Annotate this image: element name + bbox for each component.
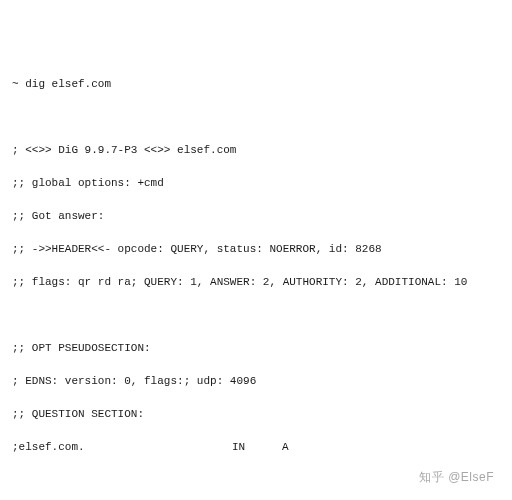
blank-line (12, 109, 500, 126)
watermark: 知乎 @ElseF (419, 468, 494, 486)
dig-banner: ; <<>> DiG 9.9.7-P3 <<>> elsef.com (12, 142, 500, 159)
q-data (342, 439, 500, 456)
edns-line: ; EDNS: version: 0, flags:; udp: 4096 (12, 373, 500, 390)
q-class: IN (232, 439, 282, 456)
global-options: ;; global options: +cmd (12, 175, 500, 192)
command-prompt: ~ dig elsef.com (12, 76, 500, 93)
question-row: ;elsef.com.INA (12, 439, 500, 456)
q-name: ;elsef.com. (12, 439, 162, 456)
header-line: ;; ->>HEADER<<- opcode: QUERY, status: N… (12, 241, 500, 258)
q-type: A (282, 439, 342, 456)
question-header: ;; QUESTION SECTION: (12, 406, 500, 423)
q-ttl (162, 439, 232, 456)
flags-line: ;; flags: qr rd ra; QUERY: 1, ANSWER: 2,… (12, 274, 500, 291)
opt-header: ;; OPT PSEUDOSECTION: (12, 340, 500, 357)
got-answer: ;; Got answer: (12, 208, 500, 225)
blank-line (12, 307, 500, 324)
